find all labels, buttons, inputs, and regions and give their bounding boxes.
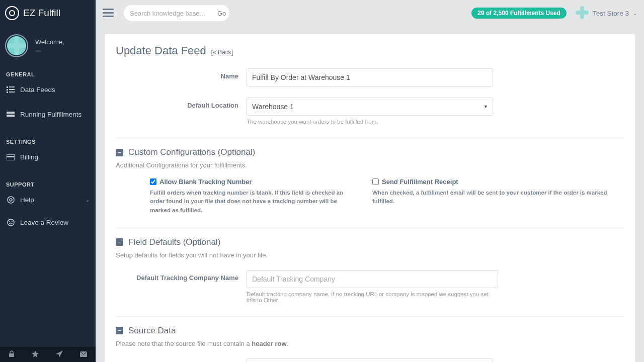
svg-rect-6 xyxy=(7,92,8,93)
svg-point-12 xyxy=(8,197,14,203)
chevron-down-icon: ⌄ xyxy=(86,197,90,203)
sidebar-section-support: SUPPORT xyxy=(0,177,96,191)
sidebar-footer xyxy=(0,347,96,362)
sidebar-item-label: Leave a Review xyxy=(20,219,68,226)
envelope-icon[interactable] xyxy=(80,350,87,358)
svg-point-16 xyxy=(12,221,13,222)
lock-icon[interactable] xyxy=(9,350,15,359)
allow-blank-label: Allow Blank Tracking Number xyxy=(159,178,252,186)
default-location-select[interactable]: Warehouse 1 xyxy=(247,98,493,116)
note-suffix: . xyxy=(287,340,289,347)
back-link-wrap: [« Back] xyxy=(211,49,233,56)
source-data-note: Please note that the source file must co… xyxy=(116,340,624,347)
svg-rect-2 xyxy=(7,86,8,88)
tracking-company-label: Default Tracking Company Name xyxy=(116,270,247,303)
welcome-block: Welcome, xyxy=(0,26,96,67)
default-location-help: The warehouse you want orders to be fulf… xyxy=(247,119,493,125)
location-arrow-icon[interactable] xyxy=(56,350,63,359)
stack-icon xyxy=(6,111,15,118)
sidebar-item-billing[interactable]: Billing xyxy=(0,148,96,166)
svg-rect-9 xyxy=(7,115,15,117)
usage-badge: 29 of 2,500 Fulfillments Used xyxy=(471,8,567,19)
svg-rect-20 xyxy=(576,11,589,15)
svg-point-13 xyxy=(10,199,12,201)
svg-rect-3 xyxy=(9,86,15,87)
svg-point-15 xyxy=(9,221,10,222)
divider xyxy=(116,138,624,138)
back-link[interactable]: Back xyxy=(218,49,231,56)
svg-rect-11 xyxy=(7,156,15,157)
sidebar-item-label: Running Fulfillments xyxy=(20,111,82,118)
brand[interactable]: EZ Fulfill xyxy=(0,0,96,26)
divider xyxy=(116,228,624,228)
feed-type-select[interactable]: Manual File Upload xyxy=(247,358,493,362)
main: Go 29 of 2,500 Fulfillments Used Test St… xyxy=(96,0,644,362)
plus-avatar-icon xyxy=(7,36,26,55)
svg-point-14 xyxy=(8,219,14,226)
svg-rect-8 xyxy=(7,112,15,114)
sidebar-section-general: GENERAL xyxy=(0,67,96,80)
store-label: Test Store 3 xyxy=(593,10,629,17)
custom-config-subtitle: Additional Configurations for your fulfi… xyxy=(116,161,624,169)
brand-title: EZ Fulfill xyxy=(23,8,60,19)
brand-logo-icon xyxy=(5,6,19,20)
search-input[interactable] xyxy=(130,10,214,17)
topbar: Go 29 of 2,500 Fulfillments Used Test St… xyxy=(96,0,644,26)
search-go-button[interactable]: Go xyxy=(217,10,226,17)
sidebar-section-settings: SETTINGS xyxy=(0,135,96,148)
sidebar-item-running-fulfillments[interactable]: Running Fulfillments xyxy=(0,105,96,124)
svg-rect-7 xyxy=(9,92,15,93)
divider xyxy=(116,316,624,317)
name-label: Name xyxy=(116,68,247,86)
allow-blank-desc: Fulfill orders when tracking number is b… xyxy=(150,189,352,215)
life-ring-icon xyxy=(6,197,15,204)
field-defaults-subtitle: Setup defaults for fields you will not h… xyxy=(116,251,624,259)
field-defaults-title: Field Defaults (Optional) xyxy=(128,237,220,247)
back-prefix: [« xyxy=(211,49,218,56)
feed-type-label: Feed Type xyxy=(116,358,247,362)
content-card: Update Data Feed [« Back] Name Default L… xyxy=(105,34,635,362)
page-title: Update Data Feed xyxy=(116,44,206,57)
sidebar-item-help[interactable]: Help ⌄ xyxy=(0,191,96,209)
send-receipt-label: Send Fulfillment Receipt xyxy=(382,178,458,186)
svg-rect-4 xyxy=(7,89,8,90)
allow-blank-checkbox[interactable] xyxy=(150,178,156,185)
svg-rect-17 xyxy=(9,353,14,357)
svg-rect-5 xyxy=(9,89,15,90)
smile-icon xyxy=(6,219,15,226)
tracking-company-help: Default tracking company name. If no tra… xyxy=(247,291,498,303)
sidebar-item-data-feeds[interactable]: Data Feeds xyxy=(0,80,96,99)
store-switcher[interactable]: Test Store 3 ⌄ xyxy=(576,6,637,21)
welcome-label: Welcome, xyxy=(35,38,64,46)
chevron-down-icon: ⌄ xyxy=(633,11,637,16)
source-data-title: Source Data xyxy=(128,326,176,336)
note-bold: header row xyxy=(252,340,286,347)
back-suffix: ] xyxy=(231,49,233,56)
collapse-button[interactable]: − xyxy=(116,149,123,156)
list-icon xyxy=(6,86,15,94)
store-plus-icon xyxy=(576,6,589,21)
note-prefix: Please note that the source file must co… xyxy=(116,340,252,347)
name-input[interactable] xyxy=(247,68,493,86)
default-location-label: Default Location xyxy=(116,98,247,125)
send-receipt-desc: When checked, a fulfillment email will b… xyxy=(372,189,624,206)
custom-config-title: Custom Configurations (Optional) xyxy=(128,147,255,157)
sidebar-item-leave-review[interactable]: Leave a Review xyxy=(0,213,96,232)
sidebar: EZ Fulfill Welcome, GENERAL Data Feeds R… xyxy=(0,0,96,362)
search-wrap: Go xyxy=(124,5,229,21)
collapse-button[interactable]: − xyxy=(116,327,123,334)
sidebar-item-label: Data Feeds xyxy=(20,86,55,94)
tracking-company-input[interactable] xyxy=(247,270,498,288)
credit-card-icon xyxy=(6,154,15,161)
menu-toggle-icon[interactable] xyxy=(103,9,114,18)
svg-rect-1 xyxy=(7,43,26,48)
collapse-button[interactable]: − xyxy=(116,238,123,246)
send-receipt-checkbox[interactable] xyxy=(372,178,379,185)
star-icon[interactable] xyxy=(32,350,39,359)
sidebar-item-label: Billing xyxy=(20,153,38,161)
welcome-username xyxy=(35,50,41,52)
sidebar-item-label: Help xyxy=(20,196,34,204)
avatar-icon xyxy=(5,34,28,57)
